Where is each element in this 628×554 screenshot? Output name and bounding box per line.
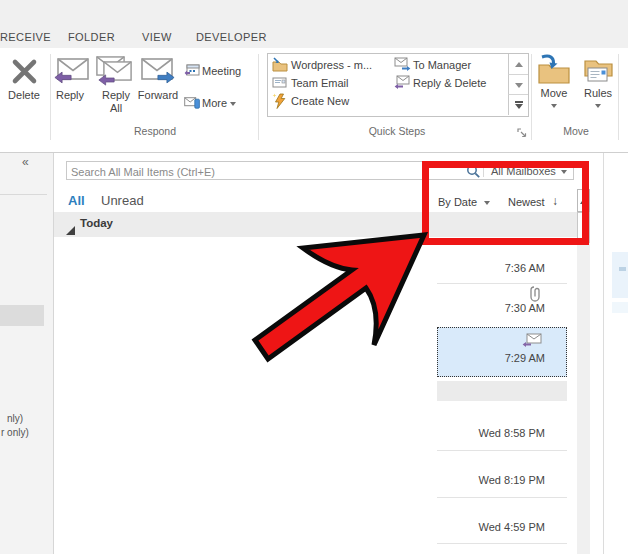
search-input[interactable] <box>69 163 443 180</box>
scrollbar-track[interactable] <box>577 243 590 554</box>
dropdown-caret-icon <box>230 102 236 106</box>
group-header-label: Today <box>80 217 113 229</box>
message-row-time[interactable]: Wed 8:19 PM <box>420 474 545 486</box>
more-label: More <box>202 97 227 109</box>
respond-group-label: Respond <box>100 125 210 137</box>
move-group-label: Move <box>534 125 618 137</box>
create-new-icon <box>272 93 288 113</box>
quick-steps-gallery: Wordpress - m... Team Email Create New T… <box>267 53 529 117</box>
reply-all-arrow-icon <box>98 72 115 90</box>
tab-developer[interactable]: DEVELOPER <box>196 31 267 43</box>
outlook-window: RECEIVE FOLDER VIEW DEVELOPER Delete Rep… <box>0 0 628 554</box>
row-separator <box>437 543 567 544</box>
meeting-button[interactable]: Meeting <box>202 65 241 78</box>
move-icon <box>537 54 571 89</box>
reading-pane-fragment <box>612 302 628 313</box>
row-separator <box>437 283 567 284</box>
meeting-icon <box>184 63 200 81</box>
folder-item-clipped[interactable]: nly) <box>7 413 23 424</box>
quick-step-team-email[interactable]: Team Email <box>291 77 348 89</box>
gallery-more-button[interactable] <box>508 94 528 115</box>
message-row-time[interactable]: 7:36 AM <box>420 262 545 274</box>
rules-icon <box>581 54 615 89</box>
selected-folder-item[interactable] <box>0 305 44 326</box>
team-email-icon <box>272 75 288 93</box>
filter-unread-tab[interactable]: Unread <box>101 193 144 208</box>
move-to-folder-icon <box>272 57 288 76</box>
message-row-time[interactable]: 7:30 AM <box>420 302 545 314</box>
rules-button[interactable]: Rules <box>575 87 621 100</box>
gallery-more-caret-icon <box>515 104 523 109</box>
tab-folder[interactable]: FOLDER <box>68 31 115 43</box>
collapse-folder-pane-button[interactable]: « <box>22 155 29 169</box>
to-manager-icon <box>394 57 411 76</box>
scroll-down-icon <box>515 83 523 88</box>
forward-button[interactable]: Forward <box>136 89 180 102</box>
gallery-scroll-down[interactable] <box>508 74 528 95</box>
filter-all-tab[interactable]: All <box>68 193 85 208</box>
move-button[interactable]: Move <box>531 87 577 100</box>
row-separator <box>437 497 567 498</box>
quick-step-reply-delete[interactable]: Reply & Delete <box>413 77 486 89</box>
quick-step-to-manager[interactable]: To Manager <box>413 59 471 71</box>
folder-pane <box>0 153 54 554</box>
group-collapse-icon <box>66 221 75 239</box>
more-icon <box>184 95 200 113</box>
reading-pane-divider <box>603 153 604 554</box>
scroll-up-icon <box>515 62 523 67</box>
reply-delete-icon <box>394 75 411 94</box>
gallery-more-icon <box>515 101 523 103</box>
next-group-header-band <box>437 381 567 401</box>
reply-arrow-icon <box>54 70 72 88</box>
quick-step-wordpress[interactable]: Wordpress - m... <box>291 59 372 71</box>
reply-button[interactable]: Reply <box>50 89 90 102</box>
message-row-time[interactable]: Wed 4:59 PM <box>420 521 545 533</box>
forward-arrow-icon <box>157 70 175 88</box>
more-button[interactable]: More <box>202 97 236 110</box>
quick-steps-dialog-launcher[interactable] <box>517 124 527 142</box>
annotation-highlight-box <box>422 161 589 245</box>
message-row-time[interactable]: 7:29 AM <box>420 352 545 364</box>
row-separator <box>437 450 567 451</box>
group-separator <box>258 54 259 140</box>
gallery-scroll-up[interactable] <box>508 54 528 74</box>
reading-pane-fragment <box>612 252 628 298</box>
delete-icon <box>11 58 38 89</box>
message-row-time[interactable]: Wed 8:58 PM <box>420 427 545 439</box>
folder-item-clipped[interactable]: r only) <box>1 427 29 438</box>
rules-caret-icon <box>595 104 601 108</box>
tab-view[interactable]: VIEW <box>142 31 172 43</box>
move-caret-icon <box>551 104 557 108</box>
delete-button[interactable]: Delete <box>0 89 48 102</box>
reply-all-button[interactable]: Reply All <box>97 89 135 115</box>
folder-pane-divider <box>0 194 47 195</box>
replied-indicator-icon <box>522 333 542 352</box>
quick-steps-group-label: Quick Steps <box>327 125 467 137</box>
tab-send-receive[interactable]: RECEIVE <box>0 31 51 43</box>
reading-pane-fragment <box>619 267 626 271</box>
quick-step-create-new[interactable]: Create New <box>291 95 349 107</box>
